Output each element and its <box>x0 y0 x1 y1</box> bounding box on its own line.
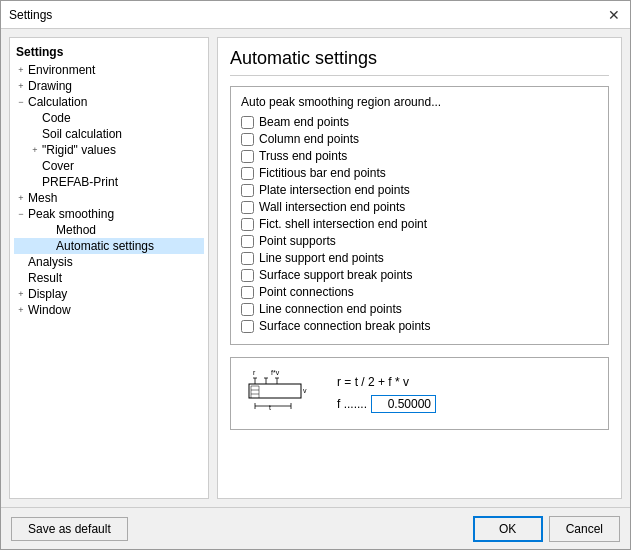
tree-item-environment[interactable]: +Environment <box>14 62 204 78</box>
svg-text:v: v <box>303 387 307 394</box>
tree-item-label: PREFAB-Print <box>42 175 118 189</box>
tree-item-label: Analysis <box>28 255 73 269</box>
tree-item-soil-calculation[interactable]: Soil calculation <box>14 126 204 142</box>
tree-root-label: Settings <box>14 44 204 62</box>
tree-item-label: Cover <box>42 159 74 173</box>
checkbox-label-cb9[interactable]: Line support end points <box>259 251 384 265</box>
checkbox-label-cb6[interactable]: Wall intersection end points <box>259 200 405 214</box>
tree-item-display[interactable]: +Display <box>14 286 204 302</box>
settings-window: Settings ✕ Settings +Environment+Drawing… <box>0 0 631 550</box>
title-bar: Settings ✕ <box>1 1 630 29</box>
tree-item-label: Peak smoothing <box>28 207 114 221</box>
tree-expander[interactable]: + <box>28 145 42 155</box>
window-title: Settings <box>9 8 52 22</box>
tree-expander[interactable]: + <box>14 193 28 203</box>
tree-item-label: Method <box>56 223 96 237</box>
tree-item-cover[interactable]: Cover <box>14 158 204 174</box>
checkbox-cb2[interactable] <box>241 133 254 146</box>
tree-item-label: Environment <box>28 63 95 77</box>
tree-expander[interactable]: + <box>14 305 28 315</box>
tree-item-drawing[interactable]: +Drawing <box>14 78 204 94</box>
tree-item-automatic-settings[interactable]: Automatic settings <box>14 238 204 254</box>
checkbox-label-cb10[interactable]: Surface support break points <box>259 268 412 282</box>
tree-item-label: Mesh <box>28 191 57 205</box>
checkbox-row-cb7: Fict. shell intersection end point <box>241 217 598 231</box>
checkbox-cb4[interactable] <box>241 167 254 180</box>
tree-expander[interactable]: − <box>14 209 28 219</box>
right-panel: Automatic settings Auto peak smoothing r… <box>217 37 622 499</box>
tree-item-label: Calculation <box>28 95 87 109</box>
window-body: Settings +Environment+Drawing−Calculatio… <box>1 29 630 507</box>
checkbox-row-cb4: Fictitious bar end points <box>241 166 598 180</box>
tree-item-label: "Rigid" values <box>42 143 116 157</box>
formula-diagram: r f*v <box>241 366 321 421</box>
tree-expander[interactable]: + <box>14 81 28 91</box>
auto-peak-group: Auto peak smoothing region around... Bea… <box>230 86 609 345</box>
close-button[interactable]: ✕ <box>606 8 622 22</box>
checkbox-row-cb3: Truss end points <box>241 149 598 163</box>
svg-text:f*v: f*v <box>271 369 280 376</box>
tree-expander[interactable]: + <box>14 289 28 299</box>
checkbox-cb1[interactable] <box>241 116 254 129</box>
checkbox-cb3[interactable] <box>241 150 254 163</box>
formula-svg: r f*v <box>241 366 321 421</box>
ok-cancel-group: OK Cancel <box>473 516 620 542</box>
ok-button[interactable]: OK <box>473 516 543 542</box>
formula-box: r f*v <box>230 357 609 430</box>
formula-f-input[interactable] <box>371 395 436 413</box>
tree-item-label: Window <box>28 303 71 317</box>
svg-text:r: r <box>253 369 256 376</box>
tree-item-mesh[interactable]: +Mesh <box>14 190 204 206</box>
checkbox-row-cb6: Wall intersection end points <box>241 200 598 214</box>
checkbox-row-cb12: Line connection end points <box>241 302 598 316</box>
formula-text: r = t / 2 + f * v f ....... <box>337 375 436 413</box>
tree-item-label: Code <box>42 111 71 125</box>
checkbox-cb12[interactable] <box>241 303 254 316</box>
right-panel-title: Automatic settings <box>230 48 609 76</box>
checkbox-label-cb12[interactable]: Line connection end points <box>259 302 402 316</box>
tree-item-rigid-values[interactable]: +"Rigid" values <box>14 142 204 158</box>
checkbox-row-cb13: Surface connection break points <box>241 319 598 333</box>
checkbox-row-cb10: Surface support break points <box>241 268 598 282</box>
tree-item-result[interactable]: Result <box>14 270 204 286</box>
checkbox-row-cb2: Column end points <box>241 132 598 146</box>
tree-expander[interactable]: + <box>14 65 28 75</box>
auto-peak-label: Auto peak smoothing region around... <box>241 95 598 109</box>
save-default-button[interactable]: Save as default <box>11 517 128 541</box>
tree-item-method[interactable]: Method <box>14 222 204 238</box>
cancel-button[interactable]: Cancel <box>549 516 620 542</box>
checkbox-cb11[interactable] <box>241 286 254 299</box>
checkbox-label-cb5[interactable]: Plate intersection end points <box>259 183 410 197</box>
checkbox-row-cb1: Beam end points <box>241 115 598 129</box>
tree-item-peak-smoothing[interactable]: −Peak smoothing <box>14 206 204 222</box>
checkbox-cb6[interactable] <box>241 201 254 214</box>
tree-expander[interactable]: − <box>14 97 28 107</box>
checkbox-row-cb8: Point supports <box>241 234 598 248</box>
tree-item-label: Display <box>28 287 67 301</box>
checkbox-row-cb5: Plate intersection end points <box>241 183 598 197</box>
checkbox-label-cb3[interactable]: Truss end points <box>259 149 347 163</box>
tree-item-code[interactable]: Code <box>14 110 204 126</box>
checkbox-cb7[interactable] <box>241 218 254 231</box>
checkbox-row-cb11: Point connections <box>241 285 598 299</box>
tree-item-calculation[interactable]: −Calculation <box>14 94 204 110</box>
checkbox-label-cb1[interactable]: Beam end points <box>259 115 349 129</box>
checkbox-label-cb13[interactable]: Surface connection break points <box>259 319 430 333</box>
checkbox-label-cb8[interactable]: Point supports <box>259 234 336 248</box>
bottom-bar: Save as default OK Cancel <box>1 507 630 549</box>
checkbox-label-cb4[interactable]: Fictitious bar end points <box>259 166 386 180</box>
left-panel: Settings +Environment+Drawing−Calculatio… <box>9 37 209 499</box>
checkbox-cb10[interactable] <box>241 269 254 282</box>
checkbox-cb13[interactable] <box>241 320 254 333</box>
checkbox-cb5[interactable] <box>241 184 254 197</box>
tree-item-analysis[interactable]: Analysis <box>14 254 204 270</box>
checkbox-cb9[interactable] <box>241 252 254 265</box>
tree-item-prefab-print[interactable]: PREFAB-Print <box>14 174 204 190</box>
tree-item-window[interactable]: +Window <box>14 302 204 318</box>
tree-item-label: Drawing <box>28 79 72 93</box>
checkbox-label-cb2[interactable]: Column end points <box>259 132 359 146</box>
formula-f-row: f ....... <box>337 395 436 413</box>
checkbox-label-cb11[interactable]: Point connections <box>259 285 354 299</box>
checkbox-cb8[interactable] <box>241 235 254 248</box>
checkbox-label-cb7[interactable]: Fict. shell intersection end point <box>259 217 427 231</box>
